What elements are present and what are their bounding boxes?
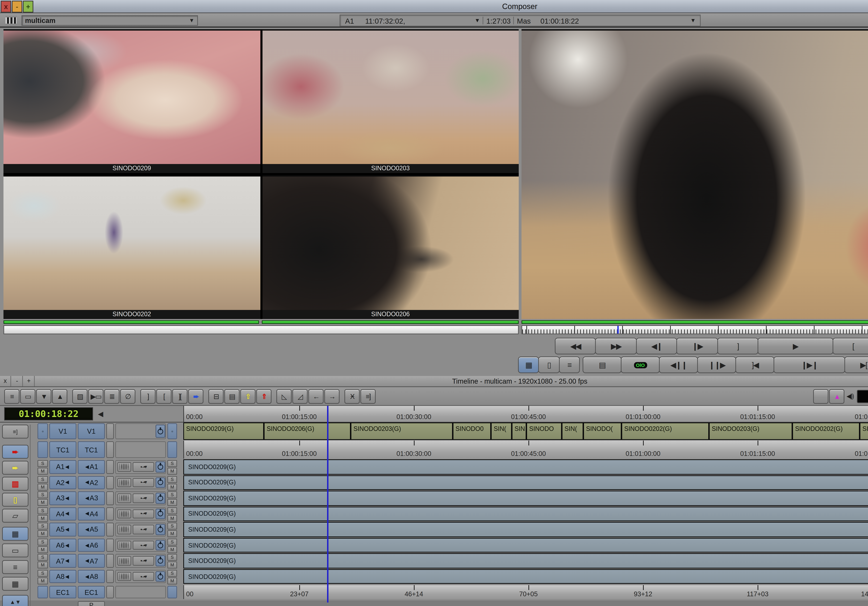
mark-clip-button[interactable]: ][ bbox=[172, 389, 188, 403]
track-button-source-A7[interactable]: A7◀ bbox=[49, 554, 76, 567]
close-icon[interactable]: x bbox=[0, 376, 11, 386]
record-enable-cell[interactable] bbox=[167, 586, 177, 598]
trim-box-button[interactable]: ▭ bbox=[2, 544, 28, 557]
waveform-button[interactable] bbox=[117, 462, 131, 472]
trim-right-side-button[interactable]: ◿ bbox=[292, 389, 308, 403]
trim-mode-button[interactable]: Ӿ bbox=[344, 389, 360, 403]
trim-left-side-button[interactable]: ◺ bbox=[276, 389, 291, 403]
program-monitor[interactable] bbox=[521, 29, 868, 319]
splice-segments-button[interactable]: ⊟ bbox=[208, 389, 223, 403]
keyframe-automation-button[interactable]: ▪–▪▾ bbox=[133, 493, 154, 503]
timeline-audio-clip[interactable]: SINODO0209(G) bbox=[184, 491, 868, 505]
track-power-button[interactable] bbox=[155, 524, 165, 535]
keyframe-automation-button[interactable]: ▪–▪▾ bbox=[133, 541, 154, 550]
mute-button[interactable]: M bbox=[167, 577, 177, 584]
chevron-down-icon[interactable]: ▼ bbox=[474, 17, 480, 23]
track-button-source-A1[interactable]: A1◀ bbox=[49, 460, 76, 474]
multicam-monitor-1[interactable]: SINODO0209 bbox=[3, 29, 260, 173]
solo-button[interactable]: S bbox=[37, 554, 48, 561]
speaker-icon[interactable]: ◀)) bbox=[846, 393, 853, 399]
track-button-record-A7[interactable]: ◀A7 bbox=[78, 554, 105, 567]
solo-button[interactable]: S bbox=[37, 570, 48, 576]
track-button-source-A5[interactable]: A5◀ bbox=[49, 523, 76, 536]
segment-overwrite-arrow-button[interactable]: ➨ bbox=[2, 445, 28, 459]
timecode-info-bar[interactable]: A1 11:07:32:02, ▼ 1:27:03 Mas 01:00:18:2… bbox=[339, 15, 701, 26]
waveform-button[interactable] bbox=[117, 556, 131, 566]
mute-button[interactable]: M bbox=[167, 515, 177, 522]
waveform-button[interactable] bbox=[117, 572, 131, 581]
multicam-monitor-3[interactable]: SINODO0202 bbox=[3, 175, 260, 319]
mark-out-button[interactable]: ] bbox=[717, 338, 759, 354]
multicam-monitor-2[interactable]: SINODO0203 bbox=[262, 29, 519, 173]
mute-button[interactable]: M bbox=[167, 546, 177, 553]
mark-out-button[interactable]: ] bbox=[140, 389, 155, 403]
timeline-clip[interactable]: SINODO0203(G) bbox=[710, 423, 793, 439]
film-icon[interactable] bbox=[6, 16, 17, 25]
timecode-ruler[interactable]: 00:0001:00:15:0001:00:30:0001:00:45:0001… bbox=[183, 406, 868, 422]
waveform-button[interactable] bbox=[117, 541, 131, 550]
track-button-source-A6[interactable]: A6◀ bbox=[49, 538, 76, 552]
nudge-right-button[interactable]: → bbox=[324, 389, 339, 403]
solo-button[interactable]: S bbox=[167, 491, 177, 498]
quick-transition-button[interactable]: ▨ bbox=[72, 389, 87, 403]
track-power-button[interactable] bbox=[155, 477, 165, 488]
track-button-record-A6[interactable]: ◀A6 bbox=[78, 538, 105, 552]
track-button-source-A4[interactable]: A4◀ bbox=[49, 507, 76, 521]
timeline-titlebar[interactable]: x - + Timeline - multicam - 1920x1080 - … bbox=[0, 376, 868, 387]
timeline-clip[interactable]: SINODO0206(G) bbox=[265, 423, 351, 439]
move-up-button[interactable]: ▲ bbox=[52, 389, 67, 403]
multicam-quad-button[interactable]: ▦ bbox=[2, 527, 28, 541]
film-boxes-button[interactable]: ▦ bbox=[2, 577, 28, 591]
track-button-source-EC1[interactable]: EC1 bbox=[49, 586, 76, 598]
record-enable-cell[interactable]: ▫ bbox=[37, 423, 48, 439]
keyframe-automation-button[interactable]: ▪–▪▾ bbox=[133, 478, 154, 487]
timeline-clip[interactable]: SINODO0202(G) bbox=[622, 423, 710, 439]
overwrite-button[interactable]: ⇑ bbox=[256, 389, 271, 403]
solo-button[interactable]: S bbox=[37, 460, 48, 467]
track-power-button[interactable] bbox=[155, 461, 165, 472]
solo-button[interactable]: S bbox=[37, 538, 48, 545]
solo-button[interactable]: S bbox=[167, 538, 177, 545]
track-button-source-A2[interactable]: A2◀ bbox=[49, 476, 76, 489]
waveform-button[interactable] bbox=[117, 493, 131, 503]
swap-cam-bank-button[interactable]: ▯ bbox=[538, 356, 560, 373]
solo-button[interactable]: S bbox=[37, 491, 48, 498]
solo-button[interactable]: S bbox=[167, 476, 177, 483]
step-forward-10-button[interactable]: ❙❙▶ bbox=[698, 356, 736, 373]
timeline-clip[interactable]: SINODO( bbox=[584, 423, 622, 439]
record-position-bar[interactable] bbox=[521, 325, 868, 334]
track-button-record-V1[interactable]: V1 bbox=[78, 423, 105, 439]
track-button-record-A4[interactable]: ◀A4 bbox=[78, 507, 105, 521]
solo-button[interactable]: S bbox=[37, 523, 48, 530]
solo-button[interactable]: S bbox=[167, 570, 177, 576]
extract-button[interactable]: ▥ bbox=[2, 477, 28, 491]
timeline-clip[interactable]: SINODO0 bbox=[453, 423, 491, 439]
solo-button[interactable]: S bbox=[167, 507, 177, 514]
position-arrow-icon[interactable]: ◀ bbox=[98, 410, 103, 418]
waveform-button[interactable] bbox=[117, 478, 131, 487]
timeline-playhead[interactable] bbox=[327, 406, 328, 603]
mute-button[interactable]: M bbox=[37, 499, 48, 506]
timeline-audio-clip[interactable]: SINODO0209(G) bbox=[184, 460, 868, 474]
track-power-button[interactable] bbox=[155, 493, 165, 503]
nudge-left-button[interactable]: ← bbox=[308, 389, 324, 403]
timeline-clip[interactable]: SINODO bbox=[527, 423, 563, 439]
move-down-button[interactable]: ▼ bbox=[36, 389, 51, 403]
composer-titlebar[interactable]: x - + Composer bbox=[0, 0, 868, 13]
mute-button[interactable]: M bbox=[167, 562, 177, 569]
mark-in-button[interactable]: [ bbox=[156, 389, 172, 403]
keyframe-automation-button[interactable]: ▪–▪▾ bbox=[133, 509, 154, 519]
timeline-audio-clip[interactable]: SINODO0209(G) bbox=[184, 570, 868, 583]
mute-button[interactable]: M bbox=[37, 515, 48, 522]
master-timecode-display[interactable]: 01:00:18:22 bbox=[4, 407, 93, 420]
go-to-in-button[interactable]: ]◀ bbox=[736, 356, 775, 373]
mute-button[interactable]: M bbox=[37, 577, 48, 584]
timeline-clip[interactable]: SIN bbox=[513, 423, 527, 439]
minimize-icon[interactable]: - bbox=[12, 1, 22, 12]
audio-sliders-button[interactable]: ≡ bbox=[2, 560, 28, 574]
record-enable-cell[interactable]: ▫ bbox=[167, 423, 177, 439]
splice-film-button[interactable]: ▤ bbox=[224, 389, 240, 403]
timeline-audio-clip[interactable]: SINODO0209(G) bbox=[184, 476, 868, 489]
effect-mode-button[interactable]: ≣ bbox=[104, 389, 119, 403]
blank-button[interactable] bbox=[813, 389, 828, 403]
